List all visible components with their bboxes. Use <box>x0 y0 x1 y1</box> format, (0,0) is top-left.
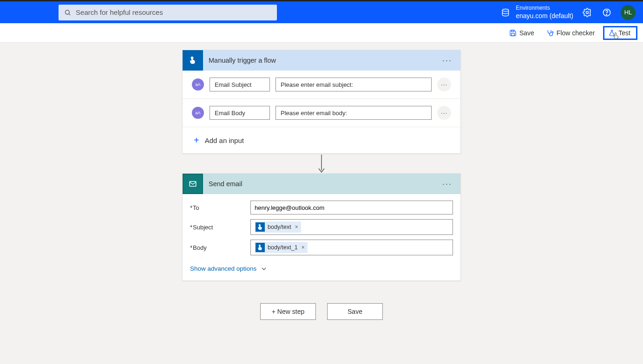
token-icon <box>256 222 265 232</box>
environment-icon <box>501 8 510 17</box>
search-box[interactable] <box>59 5 277 20</box>
trigger-menu-button[interactable]: ··· <box>440 56 454 65</box>
subject-input[interactable]: body/text × <box>250 219 453 235</box>
test-button[interactable]: Test <box>603 26 637 40</box>
svg-line-3 <box>69 13 70 15</box>
flow-checker-label: Flow checker <box>557 29 595 37</box>
connector-arrow[interactable] <box>318 154 325 173</box>
add-input-button[interactable]: + Add an input <box>183 127 460 153</box>
action-header[interactable]: Send email ··· <box>183 174 460 194</box>
plus-icon: + <box>194 136 199 145</box>
top-nav: Environments enayu.com (default) HL <box>0 0 643 23</box>
environment-picker[interactable]: Environments enayu.com (default) <box>501 5 573 20</box>
trigger-card: Manually trigger a flow ··· aA Email Sub… <box>182 50 461 154</box>
input-prompt-field[interactable]: Please enter email subject: <box>276 78 432 91</box>
trigger-input-row: aA Email Subject Please enter email subj… <box>183 71 460 99</box>
search-input[interactable] <box>76 8 271 16</box>
flow-canvas: Manually trigger a flow ··· aA Email Sub… <box>0 43 643 320</box>
to-value: henry.legge@outlook.com <box>255 204 324 211</box>
to-label: *To <box>190 204 250 211</box>
help-button[interactable] <box>601 7 612 18</box>
input-row-menu[interactable]: ··· <box>437 106 451 120</box>
search-icon <box>64 9 71 16</box>
body-label: *Body <box>190 244 250 251</box>
add-input-label: Add an input <box>205 136 244 144</box>
svg-point-5 <box>586 11 589 13</box>
text-type-badge: aA <box>192 78 204 91</box>
svg-point-7 <box>606 14 607 14</box>
stethoscope-icon <box>546 29 554 37</box>
environment-label: Environments <box>516 5 573 12</box>
svg-point-10 <box>552 32 553 33</box>
action-title: Send email <box>209 180 440 188</box>
chevron-down-icon <box>261 266 267 272</box>
body-row: *Body body/text_1 × <box>183 237 460 258</box>
action-card: Send email ··· *To henry.legge@outlook.c… <box>182 173 461 281</box>
action-menu-button[interactable]: ··· <box>440 179 454 189</box>
save-flow-button[interactable]: Save <box>327 303 383 320</box>
token-text: body/text_1 <box>268 244 298 251</box>
to-input[interactable]: henry.legge@outlook.com <box>250 201 453 214</box>
finger-tap-icon <box>189 56 197 65</box>
save-label: Save <box>519 29 534 37</box>
action-toolbar: Save Flow checker Test <box>0 23 643 43</box>
flow-checker-button[interactable]: Flow checker <box>543 26 598 39</box>
subject-label: *Subject <box>190 224 250 231</box>
save-icon <box>509 29 517 37</box>
token-remove[interactable]: × <box>302 244 305 251</box>
to-row: *To henry.legge@outlook.com <box>183 194 460 217</box>
input-name-field[interactable]: Email Body <box>210 106 270 120</box>
token-text: body/text <box>268 224 291 230</box>
new-step-button[interactable]: + New step <box>260 303 316 320</box>
token-remove[interactable]: × <box>295 224 298 230</box>
trigger-icon <box>183 50 203 71</box>
advanced-options-toggle[interactable]: Show advanced options <box>183 258 460 280</box>
input-prompt-field[interactable]: Please enter email body: <box>276 106 432 120</box>
input-row-menu[interactable]: ··· <box>437 78 451 91</box>
trigger-header[interactable]: Manually trigger a flow ··· <box>183 50 460 71</box>
text-type-badge: aA <box>192 107 204 119</box>
mail-icon <box>189 180 197 188</box>
save-button[interactable]: Save <box>505 26 538 39</box>
subject-row: *Subject body/text × <box>183 217 460 237</box>
settings-button[interactable] <box>582 7 593 18</box>
cursor-icon <box>613 32 620 39</box>
trigger-title: Manually trigger a flow <box>209 57 440 64</box>
svg-rect-8 <box>512 30 514 32</box>
dynamic-token[interactable]: body/text_1 × <box>255 242 308 253</box>
input-name-field[interactable]: Email Subject <box>210 78 270 91</box>
user-avatar[interactable]: HL <box>621 5 636 20</box>
advanced-label: Show advanced options <box>190 265 256 272</box>
dynamic-token[interactable]: body/text × <box>255 221 301 233</box>
gear-icon <box>583 8 592 17</box>
footer-buttons: + New step Save <box>260 303 383 320</box>
svg-point-4 <box>503 9 509 11</box>
body-input[interactable]: body/text_1 × <box>250 240 453 255</box>
svg-point-2 <box>66 10 70 14</box>
svg-rect-9 <box>512 33 515 35</box>
environment-name: enayu.com (default) <box>516 12 573 20</box>
help-icon <box>602 8 611 17</box>
trigger-input-row: aA Email Body Please enter email body: ·… <box>183 99 460 127</box>
arrow-down-icon <box>318 155 325 173</box>
action-icon <box>183 174 203 194</box>
token-icon <box>256 243 265 252</box>
